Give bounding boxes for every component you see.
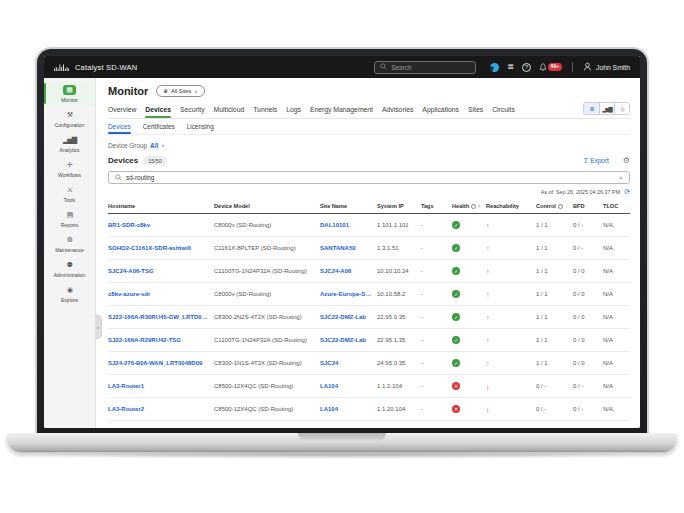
sidebar-item-tools[interactable]: ⚔ Tools xyxy=(44,181,95,206)
column-header-health[interactable]: Health i ↑ xyxy=(452,203,486,209)
health-status-icon: ✓ xyxy=(452,313,460,321)
whats-new-icon[interactable] xyxy=(490,63,499,72)
system-ip: 1.1.2.104 xyxy=(377,383,421,389)
table-row[interactable]: SJ22-166A-R30RU45-GW_LRTD000726 C8300-2N… xyxy=(108,306,630,329)
site-name-link[interactable]: Azure-Europe-SDR xyxy=(320,291,377,297)
global-search-input[interactable]: Search xyxy=(374,61,476,74)
export-button[interactable]: ↧ Export xyxy=(583,157,609,165)
system-ip: 22.95.0.35 xyxy=(377,314,421,320)
device-hostname-link[interactable]: LA3-Router2 xyxy=(108,406,214,412)
tab-circuits[interactable]: Circuits xyxy=(492,103,515,118)
tab-devices[interactable]: Devices xyxy=(145,103,171,118)
table-row[interactable]: SOHO2-C1161X-SDR-ashtwill C1161X-8PLTEP … xyxy=(108,237,630,260)
column-header-site-name[interactable]: Site Name xyxy=(320,203,377,209)
control-connections: 1 / 1 xyxy=(536,360,573,366)
device-hostname-link[interactable]: BR1-SDR-c8kv xyxy=(108,222,214,228)
device-hostname-link[interactable]: LA3-Router1 xyxy=(108,383,214,389)
reachability-arrow-icon: ↓ xyxy=(486,406,536,413)
notifications-button[interactable]: 99+ xyxy=(539,58,562,76)
topbar-icons: ≣ ? 99+ John Smith xyxy=(490,58,630,76)
site-scope-selector[interactable]: ⊕ All Sites ∨ xyxy=(156,85,204,97)
subtab-devices[interactable]: Devices xyxy=(108,119,131,134)
column-header-reachability[interactable]: Reachability xyxy=(486,203,536,209)
sidebar-item-workflows[interactable]: ✛ Workflows xyxy=(44,156,95,181)
help-icon[interactable]: ? xyxy=(522,63,531,72)
sidebar-item-administration[interactable]: ⚉ Administration xyxy=(44,256,95,281)
search-placeholder: Search xyxy=(391,64,412,71)
column-header-tloc[interactable]: TLOC xyxy=(603,203,630,209)
tab-multicloud[interactable]: Multicloud xyxy=(214,103,245,118)
sidebar-collapse-handle[interactable]: › xyxy=(95,315,102,339)
device-group-selector[interactable]: All xyxy=(150,142,158,149)
chevron-down-icon: ∨ xyxy=(194,89,197,94)
tloc-value: N/A xyxy=(603,268,630,274)
tags-value: - xyxy=(421,222,452,228)
site-name-link[interactable]: SJC22-DMZ-Lab xyxy=(320,314,377,320)
sidebar-item-monitor[interactable]: ▦ Monitor xyxy=(44,81,95,106)
column-header-bfd[interactable]: BFD xyxy=(573,203,603,209)
tab-advisories[interactable]: Advisories xyxy=(382,103,413,118)
tloc-value: N/A xyxy=(603,406,630,412)
device-hostname-link[interactable]: SJ24-276-B06-WAN_LRT0048D09 xyxy=(108,360,214,366)
tab-overview[interactable]: Overview xyxy=(108,103,136,118)
sidebar-item-configuration[interactable]: ⚒ Configuration xyxy=(44,106,95,131)
table-row[interactable]: LA3-Router1 C8500-12X4QC (SD-Routing) LA… xyxy=(108,375,630,398)
site-name-link[interactable]: LA104 xyxy=(320,383,377,389)
subtab-certificates[interactable]: Certificates xyxy=(143,119,175,134)
device-search-input[interactable]: sd-routing ✕ xyxy=(108,171,630,184)
device-hostname-link[interactable]: SJC24-A06-TSG xyxy=(108,268,214,274)
bfd-sessions: 0 / 0 xyxy=(573,360,603,366)
table-row[interactable]: LA3-Router2 C8500-12X4QC (SD-Routing) LA… xyxy=(108,398,630,421)
refresh-icon[interactable]: ⟳ xyxy=(624,188,630,196)
security-view-button[interactable]: ◇ xyxy=(614,103,629,114)
sidebar-item-maintenance[interactable]: ⚙ Maintenance xyxy=(44,231,95,256)
site-name-link[interactable]: SJC24 xyxy=(320,360,377,366)
device-hostname-link[interactable]: SJ22-166A-R30RU45-GW_LRTD000726 xyxy=(108,314,214,320)
table-row[interactable]: SJC24-A06-TSG C1100TG-1N24P32A (SD-Routi… xyxy=(108,260,630,283)
tab-energy-management[interactable]: Energy Management xyxy=(310,103,373,118)
table-row[interactable]: SJ22-166A-R29RU42-TSG C1100TG-1N24P32A (… xyxy=(108,329,630,352)
health-status-icon: ✓ xyxy=(452,221,460,229)
tab-security[interactable]: Security xyxy=(180,103,205,118)
device-hostname-link[interactable]: SOHO2-C1161X-SDR-ashtwill xyxy=(108,245,214,251)
as-of-timestamp: As of: Sep 26, 2025 04:26:37 PM xyxy=(541,189,620,195)
tab-logs[interactable]: Logs xyxy=(286,103,301,118)
column-header-system-ip[interactable]: System IP xyxy=(377,203,421,209)
table-row[interactable]: BR1-SDR-c8kv C8000v (SD-Routing) DAL1010… xyxy=(108,214,630,237)
sort-ascending-icon[interactable]: ↑ xyxy=(478,203,481,209)
tab-sites[interactable]: Sites xyxy=(468,103,483,118)
reachability-arrow-icon: ↑ xyxy=(486,337,536,344)
system-ip: 1.101.1.101 xyxy=(377,222,421,228)
clear-search-icon[interactable]: ✕ xyxy=(618,175,623,181)
top-navigation-bar: Catalyst SD-WAN Search ≣ ? xyxy=(44,56,640,78)
column-header-control[interactable]: Control i xyxy=(536,203,573,209)
site-name-link[interactable]: DAL10101 xyxy=(320,222,377,228)
tab-tunnels[interactable]: Tunnels xyxy=(253,103,277,118)
chart-view-button[interactable]: ▂▅▇ xyxy=(599,103,614,114)
tab-applications[interactable]: Applications xyxy=(422,103,459,118)
tags-value: - xyxy=(421,291,452,297)
tools-icon: ⚔ xyxy=(67,185,72,195)
tloc-value: N/A xyxy=(603,222,630,228)
list-view-button[interactable]: ≣ xyxy=(584,103,599,114)
task-list-icon[interactable]: ≣ xyxy=(507,63,514,71)
site-name-link[interactable]: SJC24-A06 xyxy=(320,268,377,274)
user-menu[interactable]: John Smith xyxy=(583,62,630,72)
device-hostname-link[interactable]: SJ22-166A-R29RU42-TSG xyxy=(108,337,214,343)
sidebar-item-explore[interactable]: ◉ Explore xyxy=(44,281,95,306)
site-name-link[interactable]: SJC22-DMZ-Lab xyxy=(320,337,377,343)
search-icon xyxy=(115,174,122,181)
site-name-link[interactable]: LA104 xyxy=(320,406,377,412)
bell-icon xyxy=(539,58,547,76)
table-settings-gear-icon[interactable]: ⚙ xyxy=(623,156,630,165)
column-header-device-model[interactable]: Device Model xyxy=(214,203,320,209)
column-header-tags[interactable]: Tags xyxy=(421,203,452,209)
table-row[interactable]: c8kv-azure-sdr C8000v (SD-Routing) Azure… xyxy=(108,283,630,306)
subtab-licensing[interactable]: Licensing xyxy=(187,119,214,134)
sidebar-item-analytics[interactable]: ▂▅▇ Analytics xyxy=(44,131,95,156)
table-row[interactable]: SJ24-276-B06-WAN_LRT0048D09 C8300-1N1S-4… xyxy=(108,352,630,375)
site-name-link[interactable]: SANTANA50 xyxy=(320,245,377,251)
device-hostname-link[interactable]: c8kv-azure-sdr xyxy=(108,291,214,297)
column-header-hostname[interactable]: Hostname xyxy=(108,203,214,209)
sidebar-item-reports[interactable]: ▤ Reports xyxy=(44,206,95,231)
